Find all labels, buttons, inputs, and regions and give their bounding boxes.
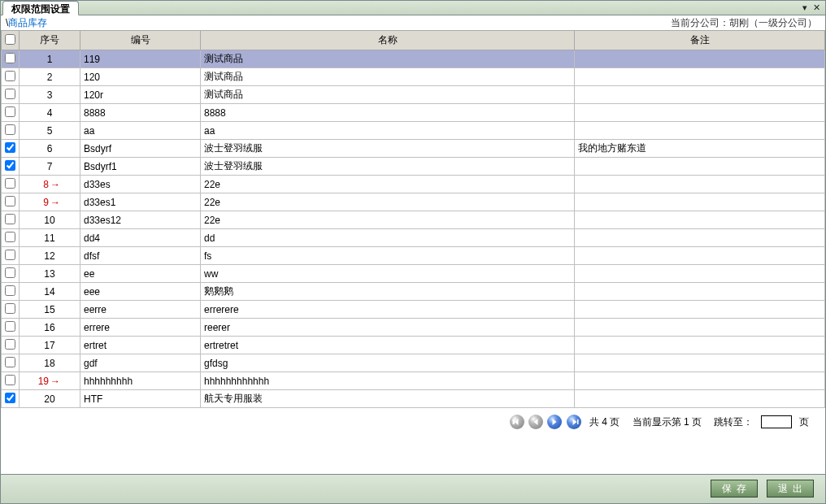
cell-index: 4	[20, 104, 80, 122]
cell-name: 测试商品	[201, 86, 575, 104]
first-page-icon[interactable]	[510, 415, 524, 429]
row-checkbox[interactable]	[5, 178, 15, 189]
row-checkbox[interactable]	[5, 89, 15, 99]
cell-code: ee	[80, 265, 201, 283]
exit-button[interactable]: 退出	[767, 480, 814, 497]
window-title: 权限范围设置	[2, 1, 79, 15]
cell-note	[575, 354, 825, 372]
cell-name: hhhhhhhhhhhh	[201, 372, 575, 390]
table-row[interactable]: 8→d33es22e	[2, 176, 825, 193]
table-row[interactable]: 5aaaa	[2, 122, 825, 140]
cell-index: 10	[20, 211, 80, 229]
row-checkbox[interactable]	[5, 250, 15, 260]
cell-name: 波士登羽绒服	[201, 158, 575, 176]
table-row[interactable]: 20HTF航天专用服装	[2, 390, 825, 408]
save-button[interactable]: 保存	[711, 480, 758, 497]
row-checkbox[interactable]	[5, 285, 15, 296]
cell-name: 测试商品	[201, 68, 575, 86]
breadcrumb-link[interactable]: 商品库存	[8, 17, 47, 28]
pager: 共 4 页 当前显示第 1 页 跳转至： 页	[1, 408, 825, 437]
cell-index: 3	[20, 86, 80, 104]
branch-name: 胡刚（一级分公司）	[729, 17, 817, 28]
cell-name: 测试商品	[201, 50, 575, 68]
footer-bar: 保存 退出	[1, 474, 825, 503]
breadcrumb-bar: \商品库存 当前分公司：胡刚（一级分公司）	[1, 15, 825, 30]
cell-code: hhhhhhhhh	[80, 372, 201, 390]
cell-name: 航天专用服装	[201, 390, 575, 408]
table-row[interactable]: 2120测试商品	[2, 68, 825, 86]
row-checkbox[interactable]	[5, 393, 15, 403]
cell-code: dfsf	[80, 247, 201, 265]
cell-note	[575, 158, 825, 176]
table-row[interactable]: 488888888	[2, 104, 825, 122]
row-checkbox[interactable]	[5, 303, 15, 314]
cell-index: 7	[20, 158, 80, 176]
cell-name: 波士登羽绒服	[201, 140, 575, 158]
table-row[interactable]: 17ertretertretret	[2, 337, 825, 354]
table-row[interactable]: 9→d33es122e	[2, 193, 825, 211]
cell-note	[575, 247, 825, 265]
cell-index: 16	[20, 319, 80, 337]
cell-code: eee	[80, 283, 201, 301]
cell-code: HTF	[80, 390, 201, 408]
cell-code: aa	[80, 122, 201, 140]
table-row[interactable]: 11dd4dd	[2, 229, 825, 247]
col-index[interactable]: 序号	[20, 31, 80, 50]
row-checkbox[interactable]	[5, 214, 15, 224]
table-row[interactable]: 19→hhhhhhhhhhhhhhhhhhhhh	[2, 372, 825, 390]
table-row[interactable]: 15eerreerrerere	[2, 301, 825, 319]
row-checkbox[interactable]	[5, 375, 15, 385]
col-name[interactable]: 名称	[201, 31, 575, 50]
table-row[interactable]: 7Bsdyrf1波士登羽绒服	[2, 158, 825, 176]
cell-note	[575, 337, 825, 354]
cell-code: errere	[80, 319, 201, 337]
table-row[interactable]: 1119测试商品	[2, 50, 825, 68]
header-row: 序号 编号 名称 备注	[2, 31, 825, 50]
branch-prefix: 当前分公司：	[671, 17, 729, 28]
last-page-icon[interactable]	[567, 415, 581, 429]
row-checkbox[interactable]	[5, 106, 15, 117]
table-row[interactable]: 3120r测试商品	[2, 86, 825, 104]
table-row[interactable]: 12dfsffs	[2, 247, 825, 265]
row-checkbox[interactable]	[5, 232, 15, 242]
cell-note	[575, 265, 825, 283]
cell-note	[575, 104, 825, 122]
col-note[interactable]: 备注	[575, 31, 825, 50]
col-code[interactable]: 编号	[80, 31, 201, 50]
cell-name: fs	[201, 247, 575, 265]
table-row[interactable]: 10d33es1222e	[2, 211, 825, 229]
row-checkbox[interactable]	[5, 196, 15, 206]
row-checkbox[interactable]	[5, 160, 15, 171]
jump-page-input[interactable]	[761, 415, 792, 428]
table-row[interactable]: 13eeww	[2, 265, 825, 283]
table-row[interactable]: 6Bsdyrf波士登羽绒服我的地方赌东道	[2, 140, 825, 158]
select-all-checkbox[interactable]	[5, 34, 15, 45]
row-checkbox[interactable]	[5, 71, 15, 81]
cell-note	[575, 50, 825, 68]
cell-index: 15	[20, 301, 80, 319]
row-checkbox[interactable]	[5, 339, 15, 350]
cell-note	[575, 211, 825, 229]
row-checkbox[interactable]	[5, 321, 15, 332]
cell-code: d33es	[80, 176, 201, 193]
table-row[interactable]: 16errerereerer	[2, 319, 825, 337]
row-checkbox[interactable]	[5, 267, 15, 278]
current-branch: 当前分公司：胡刚（一级分公司）	[671, 16, 817, 30]
cell-note	[575, 390, 825, 408]
row-checkbox[interactable]	[5, 357, 15, 367]
table-row[interactable]: 14eee鹅鹅鹅	[2, 283, 825, 301]
window-controls[interactable]: ▾ ✕	[802, 2, 822, 13]
next-page-icon[interactable]	[547, 415, 562, 429]
cell-note: 我的地方赌东道	[575, 140, 825, 158]
cell-note	[575, 122, 825, 140]
row-checkbox[interactable]	[5, 124, 15, 135]
row-checkbox[interactable]	[5, 142, 15, 153]
cell-name: 22e	[201, 211, 575, 229]
prev-page-icon[interactable]	[528, 415, 543, 429]
cell-note	[575, 372, 825, 390]
cell-name: aa	[201, 122, 575, 140]
cell-code: d33es1	[80, 193, 201, 211]
cell-name: 22e	[201, 193, 575, 211]
row-checkbox[interactable]	[5, 53, 15, 63]
table-row[interactable]: 18gdfgfdsg	[2, 354, 825, 372]
